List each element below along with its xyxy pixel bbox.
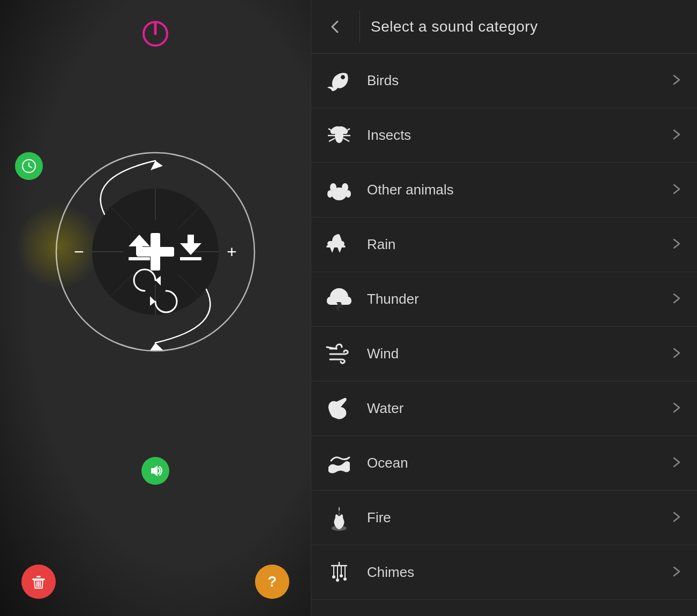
birds-chevron	[671, 74, 684, 87]
svg-marker-25	[151, 465, 158, 476]
svg-rect-24	[137, 247, 174, 257]
timer-button[interactable]	[15, 152, 43, 180]
category-item-thunder[interactable]: Thunder	[311, 272, 697, 327]
chimes-icon	[324, 558, 354, 588]
svg-line-35	[329, 138, 335, 141]
svg-rect-20	[180, 257, 201, 260]
chimes-label: Chimes	[367, 564, 671, 581]
svg-marker-17	[129, 235, 150, 255]
category-item-rain[interactable]: Rain	[311, 217, 697, 272]
thunder-label: Thunder	[367, 291, 671, 307]
svg-marker-16	[149, 342, 163, 352]
svg-point-47	[332, 525, 347, 531]
svg-rect-27	[36, 576, 41, 577]
category-item-insects[interactable]: Insects	[311, 108, 697, 163]
rain-label: Rain	[367, 236, 671, 253]
fire-icon	[324, 503, 354, 533]
rain-chevron	[671, 238, 684, 251]
svg-point-57	[343, 577, 347, 581]
other-animals-label: Other animals	[367, 182, 671, 198]
svg-point-54	[332, 575, 335, 579]
rain-icon	[324, 230, 354, 260]
help-button[interactable]: ?	[255, 565, 289, 599]
svg-point-55	[336, 579, 339, 582]
category-item-fire[interactable]: Fire	[311, 491, 697, 545]
other-animals-chevron	[671, 184, 684, 197]
svg-rect-23	[151, 233, 160, 271]
svg-point-44	[327, 190, 333, 198]
svg-marker-21	[155, 276, 161, 286]
svg-line-12	[178, 208, 199, 229]
birds-label: Birds	[367, 72, 671, 89]
insects-chevron	[671, 129, 684, 142]
trash-button[interactable]	[21, 565, 56, 599]
svg-line-14	[178, 274, 199, 296]
ocean-icon	[324, 448, 354, 478]
ocean-label: Ocean	[367, 455, 671, 471]
category-item-chimes[interactable]: Chimes	[311, 545, 697, 600]
insect-icon	[324, 121, 354, 151]
left-panel: − + ?	[0, 0, 311, 616]
svg-line-4	[29, 166, 32, 168]
volume-button[interactable]	[141, 457, 169, 485]
circle-control: − +	[54, 150, 257, 354]
svg-marker-22	[150, 296, 155, 306]
category-item-wind[interactable]: Wind	[311, 327, 697, 381]
svg-rect-18	[129, 257, 150, 260]
back-button[interactable]	[322, 13, 349, 40]
category-item-water[interactable]: Water	[311, 381, 697, 436]
right-panel: Select a sound category Birds Insects	[311, 0, 697, 616]
svg-point-6	[92, 189, 219, 315]
svg-point-45	[346, 190, 351, 198]
fire-label: Fire	[367, 509, 671, 526]
svg-line-13	[111, 274, 133, 296]
plus-label[interactable]: +	[227, 242, 237, 262]
svg-marker-15	[149, 160, 163, 170]
category-item-birds[interactable]: Birds	[311, 54, 697, 108]
power-button[interactable]	[137, 15, 174, 52]
water-label: Water	[367, 400, 671, 417]
wind-label: Wind	[367, 345, 671, 362]
thunder-chevron	[671, 293, 684, 306]
svg-point-5	[56, 153, 254, 351]
fire-chevron	[671, 512, 684, 524]
wind-icon	[324, 339, 354, 369]
minus-label[interactable]: −	[74, 242, 84, 262]
svg-line-38	[343, 138, 349, 141]
ocean-chevron	[671, 457, 684, 470]
svg-marker-19	[180, 235, 201, 255]
thunder-icon	[324, 284, 354, 314]
header-title: Select a sound category	[371, 18, 538, 35]
water-icon	[324, 394, 354, 424]
svg-point-56	[340, 574, 343, 577]
svg-line-11	[111, 208, 133, 229]
category-list: Birds Insects Other animals	[311, 54, 697, 616]
header-divider	[359, 11, 360, 43]
water-chevron	[671, 402, 684, 415]
chimes-chevron	[671, 566, 684, 579]
category-item-other-animals[interactable]: Other animals	[311, 163, 697, 217]
wind-chevron	[671, 348, 684, 360]
paw-icon	[324, 175, 354, 205]
panel-header: Select a sound category	[311, 0, 697, 54]
insects-label: Insects	[367, 127, 671, 144]
category-item-ocean[interactable]: Ocean	[311, 436, 697, 491]
bird-icon	[324, 66, 354, 96]
